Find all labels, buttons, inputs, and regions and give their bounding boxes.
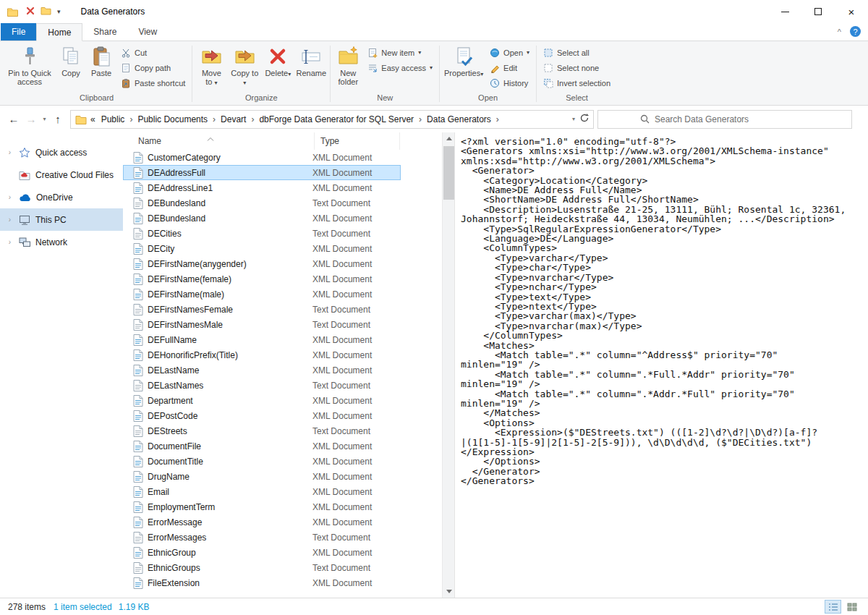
file-row[interactable]: DEAddressFull XML Document xyxy=(123,165,401,180)
paste-shortcut-button[interactable]: Paste shortcut xyxy=(116,75,190,90)
breadcrumb-segment[interactable]: Data Generators xyxy=(422,111,495,128)
file-row[interactable]: DEBundesland Text Document xyxy=(123,195,401,211)
minimize-button[interactable] xyxy=(768,0,801,23)
tab-view[interactable]: View xyxy=(127,23,168,41)
pin-to-quick-access-button[interactable]: Pin to Quick access xyxy=(4,43,56,93)
tab-home[interactable]: Home xyxy=(36,23,82,41)
open-button[interactable]: Open ▾ xyxy=(485,45,534,60)
column-header-type[interactable]: Type xyxy=(315,132,400,150)
recent-locations-caret-icon[interactable]: ▾ xyxy=(40,116,49,122)
file-row[interactable]: DEAddressLine1 XML Document xyxy=(123,180,401,195)
file-name: DEFirstNamesFemale xyxy=(148,305,312,315)
address-bar[interactable]: « Public›Public Documents›Devart›dbForge… xyxy=(70,110,594,129)
file-row[interactable]: EthnicGroup XML Document xyxy=(123,545,401,560)
file-row[interactable]: DEBundesland XML Document xyxy=(123,211,401,226)
thumbnails-view-button[interactable] xyxy=(843,600,860,614)
file-row[interactable]: EthnicGroups Text Document xyxy=(123,560,401,575)
refresh-icon[interactable] xyxy=(579,113,590,125)
new-item-button[interactable]: New item ▾ xyxy=(363,45,425,60)
history-button[interactable]: History xyxy=(485,75,532,90)
file-row[interactable]: DECity XML Document xyxy=(123,241,401,256)
file-row[interactable]: CustomerCategory XML Document xyxy=(123,150,401,165)
file-row[interactable]: Department XML Document xyxy=(123,393,401,408)
properties-button[interactable]: Properties▾ xyxy=(442,43,485,93)
select-all-button[interactable]: Select all xyxy=(539,45,594,60)
edit-button[interactable]: Edit xyxy=(485,60,522,75)
new-folder-button[interactable]: New folder xyxy=(333,43,363,93)
up-button[interactable]: ↑ xyxy=(49,111,67,128)
breadcrumb-segment[interactable]: Public xyxy=(97,111,129,128)
file-row[interactable]: DEFirstName(female) XML Document xyxy=(123,271,401,287)
file-row[interactable]: DocumentFile XML Document xyxy=(123,438,401,454)
file-row[interactable]: ErrorMessage XML Document xyxy=(123,514,401,530)
sidebar-item-network[interactable]: › Network xyxy=(0,231,123,253)
file-row[interactable]: DEFirstNamesFemale Text Document xyxy=(123,302,401,317)
sidebar-item-onedrive[interactable]: › OneDrive xyxy=(0,186,123,208)
sidebar-item-quick-access[interactable]: › Quick access xyxy=(0,141,123,164)
ribbon-group-clipboard: Pin to Quick access Copy Paste Cut Copy … xyxy=(3,43,190,105)
delete-button[interactable]: Delete▾ xyxy=(261,43,294,93)
file-row[interactable]: DocumentTitle XML Document xyxy=(123,454,401,469)
paste-button[interactable]: Paste xyxy=(86,43,116,93)
file-row[interactable]: DECities Text Document xyxy=(123,226,401,241)
file-row[interactable]: DEStreets Text Document xyxy=(123,423,401,438)
maximize-button[interactable] xyxy=(801,0,835,23)
file-row[interactable]: DrugName XML Document xyxy=(123,469,401,484)
sidebar-item-this-pc[interactable]: › This PC xyxy=(0,208,123,231)
qat-delete-button[interactable] xyxy=(26,7,35,17)
file-row[interactable]: ErrorMessages Text Document xyxy=(123,530,401,545)
search-input[interactable] xyxy=(655,114,851,124)
collapse-ribbon-icon[interactable]: ^ xyxy=(838,27,841,36)
details-view-button[interactable] xyxy=(825,600,841,614)
file-row[interactable]: DELastName XML Document xyxy=(123,362,401,378)
file-row[interactable]: Email XML Document xyxy=(123,484,401,499)
chevron-right-icon[interactable]: › xyxy=(6,193,14,201)
forward-button[interactable]: → xyxy=(22,111,40,128)
file-row[interactable]: EmploymentTerm XML Document xyxy=(123,499,401,514)
preview-pane: <?xml version="1.0" encoding="utf-8"?> <… xyxy=(454,132,868,598)
file-row[interactable]: DEFirstName(male) XML Document xyxy=(123,287,401,302)
file-list-scrollbar[interactable] xyxy=(442,132,454,598)
tab-file[interactable]: File xyxy=(1,23,36,41)
chevron-right-icon[interactable]: › xyxy=(6,238,14,246)
file-row[interactable]: DEHonorificPrefix(Title) XML Document xyxy=(123,347,401,362)
address-dropdown-icon[interactable]: ▾ xyxy=(572,116,575,122)
cut-button[interactable]: Cut xyxy=(116,45,151,60)
qat-customize-caret-icon[interactable]: ▾ xyxy=(57,8,61,15)
copy-to-button[interactable]: Copy to ▾ xyxy=(228,43,261,93)
file-row[interactable]: DEFirstName(anygender) XML Document xyxy=(123,256,401,271)
file-name: DECity xyxy=(148,244,312,254)
file-row[interactable]: FileExtension XML Document xyxy=(123,575,401,590)
scroll-down-icon[interactable] xyxy=(443,585,455,598)
scrollbar-thumb[interactable] xyxy=(443,146,454,200)
tab-share[interactable]: Share xyxy=(82,23,127,41)
scroll-up-icon[interactable] xyxy=(443,132,455,145)
file-row[interactable]: DEPostCode XML Document xyxy=(123,408,401,423)
invert-selection-button[interactable]: Invert selection xyxy=(539,75,615,90)
copy-path-button[interactable]: Copy path xyxy=(116,60,175,75)
sidebar-item-creative-cloud-files[interactable]: Creative Cloud Files xyxy=(0,164,123,186)
file-name: DEFirstName(female) xyxy=(148,274,312,284)
search-box[interactable] xyxy=(597,110,852,129)
column-header-name[interactable]: Name xyxy=(123,132,315,150)
rename-button[interactable]: Rename xyxy=(294,43,328,93)
breadcrumb-segment[interactable]: Public Documents xyxy=(133,111,212,128)
file-row[interactable]: DELastNames Text Document xyxy=(123,378,401,393)
breadcrumb-segment[interactable]: dbForge Data Generator for SQL Server xyxy=(255,111,418,128)
qat-new-folder-button[interactable] xyxy=(41,6,51,17)
breadcrumb-overflow[interactable]: « xyxy=(87,114,97,124)
file-row[interactable]: DEFirstNamesMale Text Document xyxy=(123,317,401,332)
close-button[interactable]: × xyxy=(835,0,868,23)
copy-button[interactable]: Copy xyxy=(56,43,86,93)
move-to-button[interactable]: Move to ▾ xyxy=(195,43,228,93)
breadcrumb-segment[interactable]: Devart xyxy=(216,111,250,128)
file-row[interactable]: DEFullName XML Document xyxy=(123,332,401,347)
help-icon[interactable]: ? xyxy=(850,26,861,37)
easy-access-button[interactable]: Easy access ▾ xyxy=(363,60,437,75)
document-icon xyxy=(133,456,143,467)
breadcrumb-separator-icon[interactable]: › xyxy=(495,114,500,124)
chevron-right-icon[interactable]: › xyxy=(6,216,14,224)
chevron-right-icon[interactable]: › xyxy=(6,148,14,156)
select-none-button[interactable]: Select none xyxy=(539,60,603,75)
back-button[interactable]: ← xyxy=(5,111,22,128)
